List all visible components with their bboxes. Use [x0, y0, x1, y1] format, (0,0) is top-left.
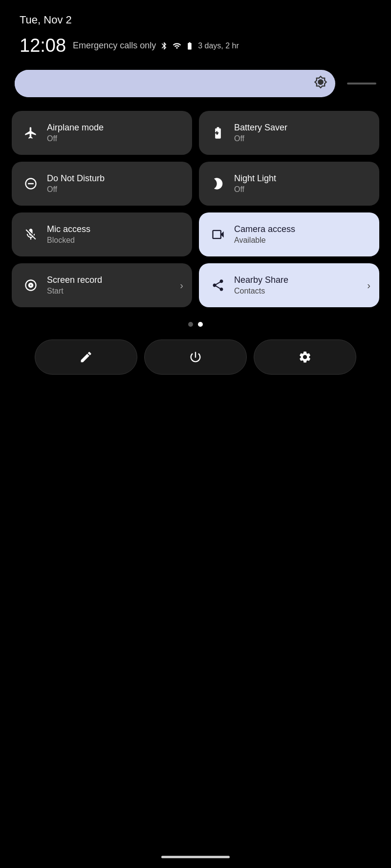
tile-screen-record[interactable]: Screen record Start ›	[12, 263, 192, 307]
airplane-mode-text: Airplane mode Off	[47, 123, 104, 143]
battery-saver-subtitle: Off	[234, 134, 287, 143]
tile-airplane-mode[interactable]: Airplane mode Off	[12, 111, 192, 155]
brightness-row	[0, 61, 391, 106]
wifi-icon	[173, 42, 181, 50]
dot-1	[188, 322, 193, 327]
screen-record-subtitle: Start	[47, 287, 102, 296]
dnd-subtitle: Off	[47, 185, 105, 194]
power-button[interactable]	[144, 339, 247, 375]
dot-2	[198, 322, 203, 327]
airplane-icon	[22, 126, 39, 140]
night-light-subtitle: Off	[234, 185, 276, 194]
nearby-share-title: Nearby Share	[234, 275, 288, 286]
edit-button[interactable]	[35, 339, 137, 375]
tile-night-light[interactable]: Night Light Off	[199, 162, 379, 206]
emergency-text: Emergency calls only	[73, 41, 156, 51]
dnd-title: Do Not Disturb	[47, 173, 105, 184]
pencil-icon	[79, 350, 93, 364]
tile-do-not-disturb[interactable]: Do Not Disturb Off	[12, 162, 192, 206]
nearby-share-icon	[210, 278, 226, 292]
night-light-title: Night Light	[234, 173, 276, 184]
brightness-track-right	[347, 83, 376, 85]
battery-text: 3 days, 2 hr	[198, 42, 239, 50]
time-display: 12:08	[20, 35, 66, 56]
bottom-buttons	[0, 332, 391, 382]
power-icon	[189, 350, 202, 364]
brightness-icon	[314, 75, 327, 92]
settings-button[interactable]	[254, 339, 356, 375]
mic-access-title: Mic access	[47, 224, 90, 235]
mic-off-icon	[22, 228, 39, 241]
camera-access-subtitle: Available	[234, 236, 295, 245]
page-dots	[188, 322, 203, 327]
brightness-fill	[15, 70, 287, 97]
bluetooth-icon	[160, 42, 169, 50]
battery-saver-title: Battery Saver	[234, 123, 287, 133]
tile-camera-access[interactable]: Camera access Available	[199, 212, 379, 256]
mic-access-text: Mic access Blocked	[47, 224, 90, 245]
night-light-text: Night Light Off	[234, 173, 276, 194]
nearby-share-subtitle: Contacts	[234, 287, 288, 296]
moon-icon	[210, 177, 226, 191]
screen-record-chevron: ›	[180, 280, 183, 291]
dnd-text: Do Not Disturb Off	[47, 173, 105, 194]
camera-icon	[210, 228, 226, 241]
mic-access-subtitle: Blocked	[47, 236, 90, 245]
battery-saver-icon	[210, 126, 226, 140]
brightness-slider[interactable]	[15, 70, 335, 97]
screen-record-text: Screen record Start	[47, 275, 102, 296]
gear-icon	[298, 350, 312, 364]
camera-access-text: Camera access Available	[234, 224, 295, 245]
battery-status-icon	[185, 42, 194, 50]
screen-record-title: Screen record	[47, 275, 102, 286]
tile-mic-access[interactable]: Mic access Blocked	[12, 212, 192, 256]
tile-battery-saver[interactable]: Battery Saver Off	[199, 111, 379, 155]
camera-access-title: Camera access	[234, 224, 295, 235]
screen-record-icon	[22, 278, 39, 292]
home-indicator	[161, 856, 230, 858]
dnd-icon	[22, 177, 39, 191]
nearby-share-text: Nearby Share Contacts	[234, 275, 288, 296]
airplane-mode-title: Airplane mode	[47, 123, 104, 133]
tiles-grid: Airplane mode Off Battery Saver Off Do N…	[0, 106, 391, 312]
date-display: Tue, Nov 2	[20, 14, 371, 26]
battery-saver-text: Battery Saver Off	[234, 123, 287, 143]
nearby-share-chevron: ›	[367, 280, 370, 291]
status-bar: Tue, Nov 2 12:08 Emergency calls only 3 …	[0, 0, 391, 61]
airplane-mode-subtitle: Off	[47, 134, 104, 143]
tile-nearby-share[interactable]: Nearby Share Contacts ›	[199, 263, 379, 307]
